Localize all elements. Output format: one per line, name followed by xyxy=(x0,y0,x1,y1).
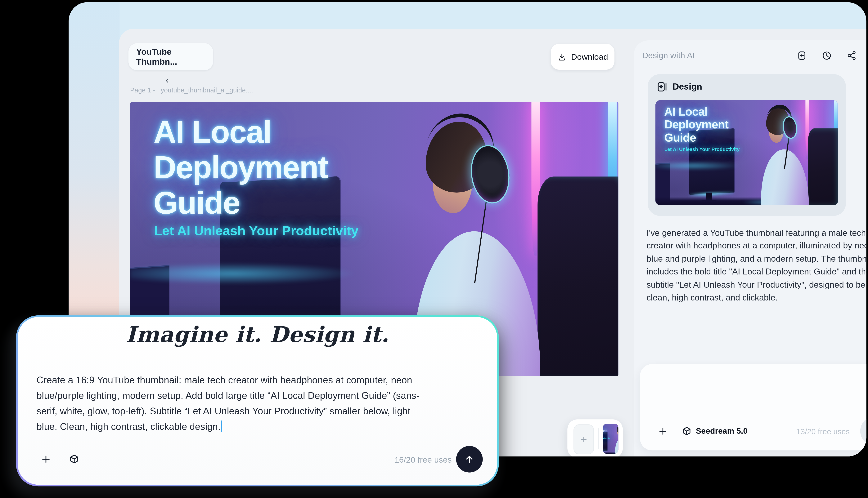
thumbnail-scene: AI Local Deployment Guide Let AI Unleash… xyxy=(603,424,618,454)
page-navigator: AI Local Deployment Guide Let AI Unleash… xyxy=(567,419,623,457)
thumbnail-subtitle: Let AI Unleash Your Productivity xyxy=(603,437,610,439)
cube-icon xyxy=(68,454,80,465)
thumbnail-title: AI Local Deployment Guide xyxy=(664,105,728,144)
thumbnail-subtitle: Let AI Unleash Your Productivity xyxy=(664,146,740,152)
panel-toolbar xyxy=(792,46,861,65)
add-page-button[interactable] xyxy=(573,424,594,454)
panel-prompt-input[interactable]: Seedream 5.0 13/20 free uses xyxy=(640,364,866,450)
new-design-icon xyxy=(796,50,807,61)
free-uses-counter: 16/20 free uses xyxy=(394,455,452,464)
download-label: Download xyxy=(571,52,608,62)
design-canvas-icon xyxy=(657,81,668,92)
model-selector[interactable] xyxy=(678,423,694,439)
gaming-chair xyxy=(538,176,618,376)
design-thumbnail[interactable]: AI Local Deployment Guide Let AI Unleash… xyxy=(656,100,838,205)
page-filename: youtube_thumbnail_ai_guide.... xyxy=(161,86,253,94)
assistant-message: I've generated a YouTube thumbnail featu… xyxy=(647,226,867,304)
prompt-overlay-card: Imagine it. Design it. Create a 16:9 You… xyxy=(16,315,499,486)
cube-icon xyxy=(681,426,692,436)
design-with-ai-panel: Design with AI xyxy=(634,40,866,457)
model-name[interactable]: Seedream 5.0 xyxy=(696,427,748,435)
arrow-up-icon xyxy=(463,453,476,466)
download-button[interactable]: Download xyxy=(551,44,614,70)
new-design-button[interactable] xyxy=(792,46,811,65)
download-icon xyxy=(557,52,566,61)
plus-icon xyxy=(580,435,588,444)
panel-title: Design with AI xyxy=(642,50,695,60)
page-thumbnail-image: AI Local Deployment Guide Let AI Unleash… xyxy=(603,424,618,454)
cyan-glow xyxy=(603,441,608,444)
thumbnail-subtitle: Let AI Unleash Your Productivity xyxy=(154,223,359,238)
thumbnail-title: AI Local Deployment Guide xyxy=(154,115,328,221)
gaming-chair xyxy=(808,129,838,205)
send-button[interactable] xyxy=(456,446,483,473)
share-button[interactable] xyxy=(842,46,861,65)
attach-button[interactable] xyxy=(38,451,54,467)
page-thumbnail[interactable]: AI Local Deployment Guide Let AI Unleash… xyxy=(603,424,618,454)
cyan-glow xyxy=(656,162,739,170)
page-breadcrumb[interactable]: Page 1 - youtube_thumbnail_ai_guide.... xyxy=(130,86,253,94)
navigator-divider xyxy=(598,428,599,449)
text-cursor xyxy=(221,420,222,432)
history-icon xyxy=(821,50,832,61)
overlay-heading: Imagine it. Design it. xyxy=(18,322,497,347)
document-title: YouTube Thumbn... xyxy=(129,47,213,67)
screenshot-stage: ‹ YouTube Thumbn... Download Page 1 - yo… xyxy=(0,0,868,498)
prompt-input[interactable]: Create a 16:9 YouTube thumbnail: male te… xyxy=(37,372,486,434)
thumbnail-scene: AI Local Deployment Guide Let AI Unleash… xyxy=(656,100,838,205)
page-number: Page 1 - xyxy=(130,86,155,94)
document-title-card[interactable]: YouTube Thumbn... xyxy=(129,43,213,70)
design-result-card[interactable]: Design AI Local Deployment Guide Let AI … xyxy=(648,74,846,216)
chevron-left-icon[interactable]: ‹ xyxy=(166,75,169,84)
design-card-title: Design xyxy=(673,82,702,92)
history-button[interactable] xyxy=(817,46,836,65)
thumbnail-title: AI Local Deployment Guide xyxy=(603,425,607,437)
attach-button[interactable] xyxy=(655,423,670,439)
free-uses-counter: 13/20 free uses xyxy=(796,427,850,436)
share-icon xyxy=(846,50,857,61)
design-card-header: Design xyxy=(657,81,702,92)
model-selector[interactable] xyxy=(66,451,82,467)
plus-icon xyxy=(657,426,668,436)
cyan-glow xyxy=(130,263,355,285)
plus-icon xyxy=(40,454,52,465)
prompt-overlay-inner: Imagine it. Design it. Create a 16:9 You… xyxy=(18,317,497,485)
send-button[interactable] xyxy=(860,416,867,446)
